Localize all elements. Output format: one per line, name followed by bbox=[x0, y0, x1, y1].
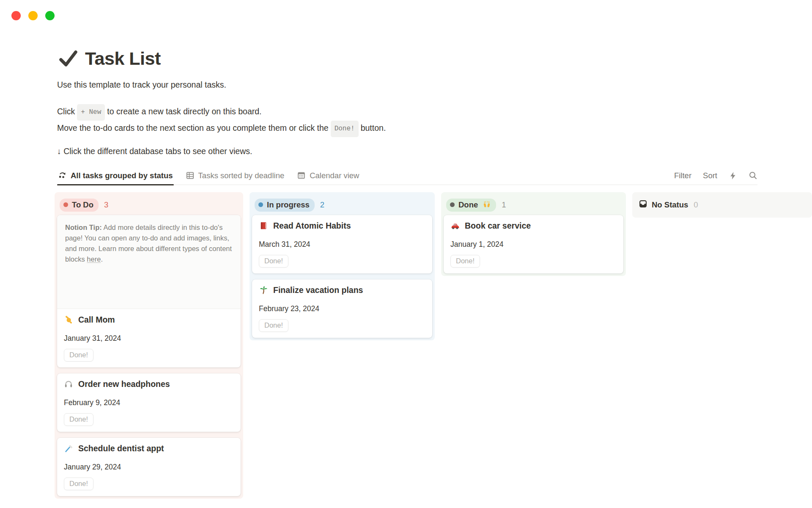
red-book-emoji bbox=[259, 221, 268, 230]
done-button[interactable]: Done! bbox=[450, 255, 480, 268]
tabs-hint-text: ↓ Click the different database tabs to s… bbox=[57, 146, 812, 156]
close-window-button[interactable] bbox=[11, 11, 21, 20]
task-card-book-car-service[interactable]: Book car service January 1, 2024 Done! bbox=[444, 215, 623, 273]
status-dot bbox=[450, 202, 455, 207]
search-icon[interactable] bbox=[749, 171, 757, 180]
status-label: Done bbox=[458, 200, 478, 210]
card-list: Book car service January 1, 2024 Done! bbox=[444, 215, 623, 273]
instructions-paragraph: Click+ Newto create a new task directly … bbox=[57, 104, 522, 137]
card-date: March 31, 2024 bbox=[259, 240, 425, 249]
column-header: To Do 3 bbox=[57, 195, 241, 215]
sort-button[interactable]: Sort bbox=[703, 171, 717, 180]
tab-calendar-view[interactable]: Calendar view bbox=[296, 166, 360, 185]
window-controls bbox=[11, 11, 55, 20]
tab-label: Tasks sorted by deadline bbox=[198, 171, 285, 180]
card-title: Read Atomic Habits bbox=[273, 220, 351, 231]
card-date: January 1, 2024 bbox=[450, 240, 617, 249]
card-count: 1 bbox=[502, 200, 506, 210]
card-date: January 29, 2024 bbox=[64, 462, 234, 472]
tab-all-tasks-grouped-by-status[interactable]: All tasks grouped by status bbox=[57, 166, 174, 185]
status-label: To Do bbox=[72, 200, 93, 210]
board-view-icon bbox=[58, 171, 67, 180]
new-button-chip: + New bbox=[77, 104, 105, 121]
toothbrush-emoji bbox=[64, 444, 73, 453]
tab-label: Calendar view bbox=[310, 171, 359, 180]
instruction-text: to create a new task directly on this bo… bbox=[107, 107, 261, 116]
card-count: 2 bbox=[320, 200, 324, 210]
card-count: 3 bbox=[104, 200, 108, 210]
done-button[interactable]: Done! bbox=[64, 413, 93, 426]
card-title: Order new headphones bbox=[78, 378, 170, 389]
minimize-window-button[interactable] bbox=[28, 11, 38, 20]
call-me-hand-emoji bbox=[64, 315, 73, 324]
status-pill-in-progress[interactable]: In progress bbox=[255, 199, 315, 212]
status-label: No Status bbox=[652, 200, 688, 210]
red-car-emoji bbox=[450, 221, 460, 230]
done-button[interactable]: Done! bbox=[259, 255, 288, 268]
card-title: Call Mom bbox=[78, 314, 115, 325]
card-list: Notion Tip: Add more details directly in… bbox=[57, 215, 241, 496]
card-date: January 31, 2024 bbox=[64, 334, 234, 343]
card-title: Schedule dentist appt bbox=[78, 443, 164, 454]
page-content: Task List Use this template to track you… bbox=[57, 0, 812, 499]
instruction-text: Move the to-do cards to the next section… bbox=[57, 123, 329, 133]
instruction-text: Click bbox=[57, 107, 75, 116]
notion-tip-after: . bbox=[101, 255, 103, 263]
card-body: Read Atomic Habits March 31, 2024 Done! bbox=[252, 215, 432, 273]
column-no-status: No Status 0 bbox=[632, 192, 812, 218]
page-description: Use this template to track your personal… bbox=[57, 80, 812, 90]
calendar-view-icon bbox=[297, 171, 306, 180]
card-title: Book car service bbox=[465, 220, 531, 231]
card-body: Book car service January 1, 2024 Done! bbox=[444, 215, 623, 273]
palm-tree-emoji bbox=[259, 285, 268, 295]
done-button[interactable]: Done! bbox=[64, 349, 93, 362]
card-title: Finalize vacation plans bbox=[273, 284, 363, 295]
headphone-emoji bbox=[64, 379, 73, 389]
done-button-chip: Done! bbox=[331, 121, 359, 137]
card-body: Schedule dentist appt January 29, 2024 D… bbox=[57, 438, 241, 496]
heavy-check-mark-emoji bbox=[57, 47, 79, 69]
filter-button[interactable]: Filter bbox=[674, 171, 691, 180]
tab-tasks-sorted-by-deadline[interactable]: Tasks sorted by deadline bbox=[185, 166, 285, 185]
card-count: 0 bbox=[694, 200, 698, 210]
view-tab-bar: All tasks grouped by status Tasks sorted… bbox=[57, 166, 757, 185]
task-card-call-mom[interactable]: Notion Tip: Add more details directly in… bbox=[57, 215, 241, 367]
raised-hands-emoji bbox=[483, 201, 491, 209]
instruction-text: button. bbox=[361, 123, 386, 133]
card-page-preview: Notion Tip: Add more details directly in… bbox=[57, 215, 241, 309]
status-dot bbox=[63, 202, 68, 207]
table-view-icon bbox=[186, 171, 195, 180]
status-label: In progress bbox=[267, 200, 310, 210]
task-card-order-new-headphones[interactable]: Order new headphones February 9, 2024 Do… bbox=[57, 373, 241, 432]
status-pill-done[interactable]: Done bbox=[446, 199, 496, 212]
done-button[interactable]: Done! bbox=[259, 319, 288, 332]
lightning-icon[interactable] bbox=[729, 171, 737, 180]
card-list: Read Atomic Habits March 31, 2024 Done! bbox=[252, 215, 432, 338]
task-card-finalize-vacation-plans[interactable]: Finalize vacation plans February 23, 202… bbox=[252, 279, 432, 338]
here-link[interactable]: here bbox=[87, 255, 101, 263]
zoom-window-button[interactable] bbox=[45, 11, 55, 20]
column-in-progress: In progress 2 bbox=[250, 192, 435, 340]
status-pill-to-do[interactable]: To Do bbox=[60, 199, 99, 212]
card-date: February 9, 2024 bbox=[64, 398, 234, 407]
task-card-schedule-dentist-appt[interactable]: Schedule dentist appt January 29, 2024 D… bbox=[57, 438, 241, 496]
card-date: February 23, 2024 bbox=[259, 304, 425, 313]
no-status-header[interactable]: No Status bbox=[637, 199, 688, 210]
column-header: Done 1 bbox=[444, 195, 623, 215]
column-header: No Status 0 bbox=[635, 195, 809, 215]
card-body: Order new headphones February 9, 2024 Do… bbox=[57, 373, 241, 432]
status-dot bbox=[258, 202, 263, 207]
tab-label: All tasks grouped by status bbox=[71, 171, 173, 180]
card-body: Finalize vacation plans February 23, 202… bbox=[252, 279, 432, 338]
kanban-board: To Do 3 Notion Tip: Add more details dir… bbox=[55, 192, 812, 499]
task-card-read-atomic-habits[interactable]: Read Atomic Habits March 31, 2024 Done! bbox=[252, 215, 432, 273]
inbox-icon bbox=[639, 199, 647, 210]
column-to-do: To Do 3 Notion Tip: Add more details dir… bbox=[55, 192, 243, 499]
column-header: In progress 2 bbox=[252, 195, 432, 215]
page-title-row: Task List bbox=[57, 47, 812, 69]
notion-tip-lead: Notion Tip: bbox=[65, 224, 102, 231]
card-body: Call Mom January 31, 2024 Done! bbox=[57, 309, 241, 367]
database-toolbar: Filter Sort bbox=[674, 171, 757, 180]
done-button[interactable]: Done! bbox=[64, 478, 93, 490]
column-done: Done 1 bbox=[441, 192, 626, 276]
